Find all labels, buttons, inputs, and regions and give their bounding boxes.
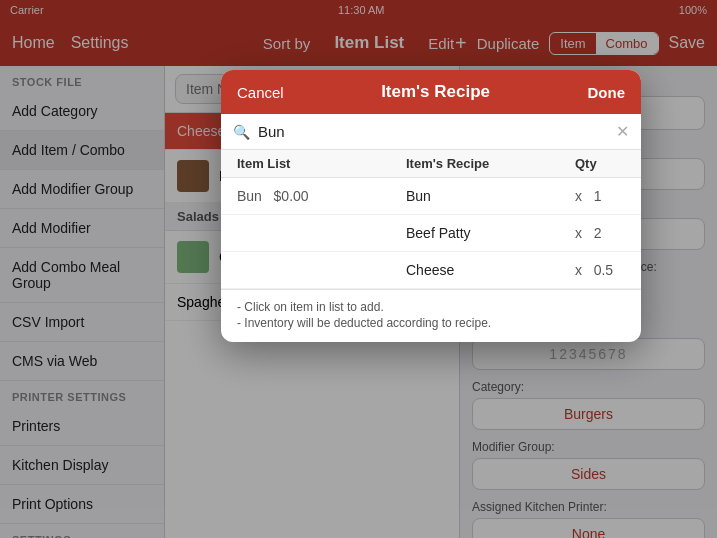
recipe-name-cell: Beef Patty xyxy=(406,225,575,241)
recipe-name-cell: Bun xyxy=(406,188,575,204)
modal-search-bar: 🔍 ✕ xyxy=(221,114,641,150)
table-row[interactable]: Beef Patty x 2 xyxy=(221,215,641,252)
col-header-qty: Qty xyxy=(575,156,625,171)
qty-cell: x 0.5 xyxy=(575,262,625,278)
modal-cancel-button[interactable]: Cancel xyxy=(237,84,284,101)
modal-search-input[interactable] xyxy=(258,123,608,140)
modal-table-body: Bun $0.00 Bun x 1 Beef Patty x 2 Cheese … xyxy=(221,178,641,289)
table-row[interactable]: Cheese x 0.5 xyxy=(221,252,641,289)
col-header-recipe: Item's Recipe xyxy=(406,156,575,171)
qty-cell: x 2 xyxy=(575,225,625,241)
modal-header: Cancel Item's Recipe Done xyxy=(221,70,641,114)
clear-search-icon[interactable]: ✕ xyxy=(616,122,629,141)
item-list-cell: Bun $0.00 xyxy=(237,188,406,204)
modal-table-header: Item List Item's Recipe Qty xyxy=(221,150,641,178)
recipe-name-cell: Cheese xyxy=(406,262,575,278)
modal-done-button[interactable]: Done xyxy=(587,84,625,101)
footer-line-2: - Inventory will be deducted according t… xyxy=(237,316,625,330)
items-recipe-modal: Cancel Item's Recipe Done 🔍 ✕ Item List … xyxy=(221,70,641,342)
modal-overlay: Cancel Item's Recipe Done 🔍 ✕ Item List … xyxy=(0,0,717,538)
footer-line-1: - Click on item in list to add. xyxy=(237,300,625,314)
modal-footer: - Click on item in list to add. - Invent… xyxy=(221,289,641,342)
search-icon: 🔍 xyxy=(233,124,250,140)
table-row[interactable]: Bun $0.00 Bun x 1 xyxy=(221,178,641,215)
col-header-item-list: Item List xyxy=(237,156,406,171)
modal-title: Item's Recipe xyxy=(381,82,490,102)
qty-cell: x 1 xyxy=(575,188,625,204)
